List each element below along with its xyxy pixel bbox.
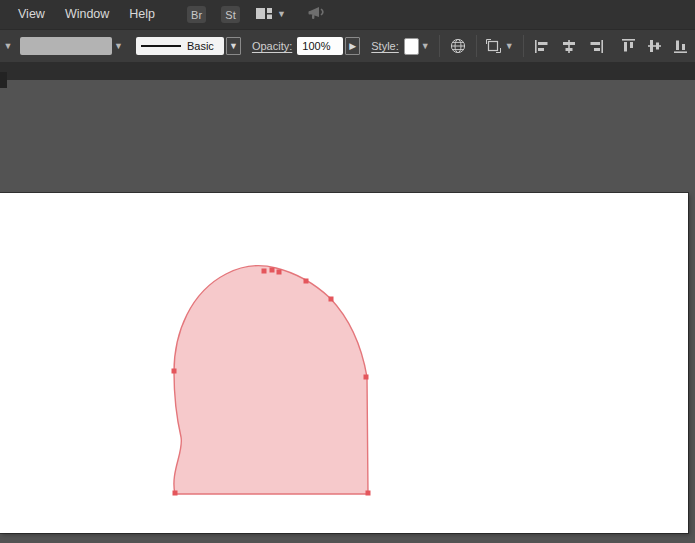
opacity-label[interactable]: Opacity: [252,40,292,52]
chevron-down-icon: ▼ [277,10,286,19]
anchor-point[interactable] [304,279,309,284]
align-vertical-top-button[interactable] [622,39,635,53]
align-horizontal-right-button[interactable] [589,40,603,53]
chevron-down-icon[interactable]: ▼ [114,42,123,51]
control-bar: ▼ ▼ Basic ▼ Opacity: ▶ Style: ▼ ▼ [0,29,695,62]
anchor-point[interactable] [172,369,177,374]
menu-view[interactable]: View [8,0,55,29]
workspace-switcher-button[interactable]: ▼ [256,6,286,24]
share-feedback-button[interactable] [308,5,328,25]
opacity-input[interactable] [297,37,343,55]
document-tab-band [0,62,695,80]
anchor-point[interactable] [366,491,371,496]
style-swatch[interactable] [404,38,419,55]
anchor-point[interactable] [262,269,267,274]
illustrator-window: { "menu_bar": { "items": ["View", "Windo… [0,0,695,543]
globe-icon [449,37,467,55]
opacity-expand-button[interactable]: ▶ [345,37,360,55]
bridge-button[interactable]: Br [187,6,206,23]
stock-button[interactable]: St [221,6,240,23]
workspace-icon [256,6,273,24]
width-profile-dropdown[interactable] [20,37,112,55]
megaphone-icon [308,5,328,25]
style-dropdown-chevron[interactable]: ▼ [421,42,430,51]
chevron-down-icon: ▼ [505,42,514,51]
align-to-dropdown[interactable]: ▼ [486,39,514,53]
menu-window[interactable]: Window [55,0,119,29]
anchor-point[interactable] [277,270,282,275]
artboard-icon [486,39,502,53]
divider [439,35,440,57]
brush-definition-dropdown[interactable]: Basic [136,37,224,55]
divider [476,35,477,57]
menu-bar: View Window Help Br St ▼ [0,0,695,29]
align-horizontal-center-button[interactable] [562,40,576,53]
divider [523,35,524,57]
align-vertical-bottom-button[interactable] [674,39,687,53]
anchor-point[interactable] [270,268,275,273]
recolor-artwork-button[interactable] [449,37,467,55]
anchor-point[interactable] [364,375,369,380]
collapsed-panel-tab[interactable] [0,72,7,88]
stroke-preview-line [141,45,181,47]
align-vertical-center-button[interactable] [648,39,661,53]
brush-name-label: Basic [187,40,214,52]
brush-dropdown-chevron[interactable]: ▼ [226,37,241,55]
style-label[interactable]: Style: [371,40,399,52]
anchor-point[interactable] [173,491,178,496]
canvas-workspace[interactable] [0,80,695,543]
menu-help[interactable]: Help [119,0,165,29]
align-horizontal-left-button[interactable] [535,40,549,53]
panel-menu-chevron-icon[interactable]: ▼ [2,42,14,51]
anchor-point[interactable] [329,297,334,302]
